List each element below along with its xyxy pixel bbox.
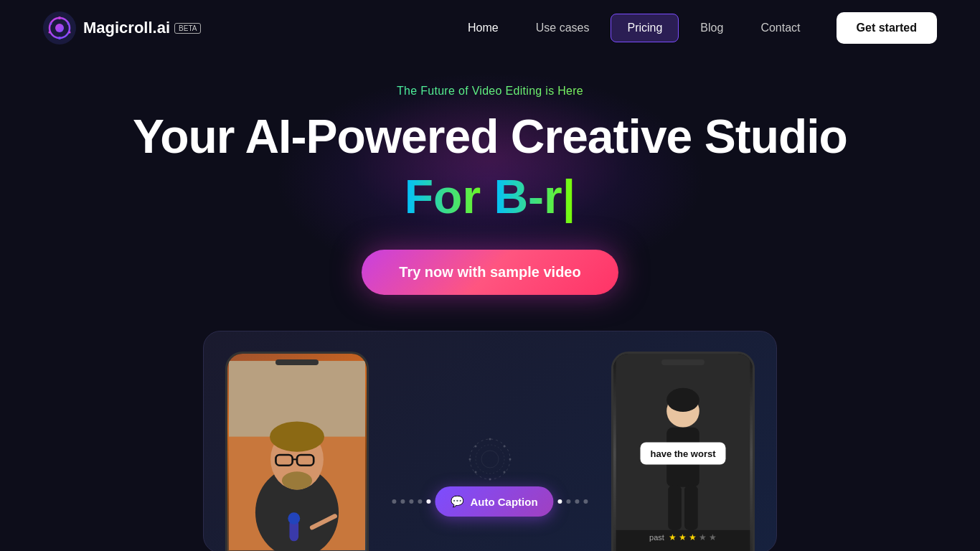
- caption-bubble: have the worst: [640, 442, 725, 464]
- logo-area[interactable]: Magicroll.ai BETA: [43, 11, 201, 44]
- rating-bar: past ★ ★ ★ ★ ★: [649, 532, 717, 542]
- svg-point-30: [469, 458, 471, 461]
- dot-3: [409, 499, 413, 504]
- dot-6: [558, 499, 562, 504]
- demo-container: 💬 Auto Caption: [203, 331, 777, 551]
- sparkle-center-icon: [468, 438, 512, 481]
- svg-rect-37: [668, 486, 682, 530]
- phone-right-screen: have the worst past ★ ★ ★ ★ ★: [613, 354, 753, 551]
- svg-point-27: [504, 471, 506, 474]
- star-3: ★: [689, 532, 697, 542]
- beta-badge: BETA: [174, 23, 201, 34]
- phone-right-notch: [661, 359, 705, 365]
- nav-links: Home Use cases Pricing Blog Contact Get …: [452, 12, 937, 44]
- dot-8: [575, 499, 580, 504]
- dots-row: 💬 Auto Caption: [392, 486, 588, 517]
- phone-left-notch: [275, 359, 319, 365]
- hero-title-line2: For B-r|: [133, 170, 847, 225]
- logo-icon: [43, 11, 76, 44]
- auto-caption-label: Auto Caption: [470, 496, 537, 508]
- dot-5: [426, 499, 430, 504]
- nav-home[interactable]: Home: [452, 14, 514, 42]
- auto-caption-icon: 💬: [451, 495, 464, 508]
- demo-section: 💬 Auto Caption: [189, 331, 791, 551]
- svg-point-4: [67, 23, 70, 25]
- svg-point-35: [666, 388, 699, 412]
- dot-1: [392, 499, 396, 504]
- nav-use-cases[interactable]: Use cases: [520, 14, 606, 42]
- get-started-button[interactable]: Get started: [837, 12, 937, 44]
- logo-name: Magicroll.ai BETA: [83, 19, 201, 37]
- star-4: ★: [699, 532, 707, 542]
- nav-blog[interactable]: Blog: [684, 14, 739, 42]
- svg-point-13: [270, 422, 324, 452]
- nav-contact[interactable]: Contact: [745, 14, 816, 42]
- try-sample-video-button[interactable]: Try now with sample video: [362, 250, 618, 295]
- dot-2: [400, 499, 405, 504]
- phone-left-screen: [227, 354, 367, 551]
- svg-point-28: [489, 479, 491, 481]
- svg-point-26: [509, 458, 512, 461]
- person-with-glasses-icon: [229, 359, 365, 551]
- phone-right: have the worst past ★ ★ ★ ★ ★: [611, 352, 755, 551]
- svg-point-5: [69, 32, 71, 34]
- nav-pricing[interactable]: Pricing: [611, 14, 679, 42]
- svg-point-19: [288, 513, 300, 525]
- svg-point-23: [481, 451, 499, 468]
- rating-label: past: [649, 533, 664, 542]
- svg-point-8: [50, 23, 52, 25]
- phone-left: [225, 352, 369, 551]
- dot-9: [584, 499, 588, 504]
- animated-text: B-r|: [494, 170, 575, 223]
- hero-subtitle: The Future of Video Editing is Here: [133, 85, 847, 98]
- svg-point-17: [282, 472, 312, 490]
- hero-section: The Future of Video Editing is Here Your…: [0, 56, 980, 551]
- for-text: For: [405, 170, 494, 223]
- middle-controls: 💬 Auto Caption: [392, 486, 588, 517]
- svg-point-7: [49, 32, 51, 34]
- hero-content: The Future of Video Editing is Here Your…: [133, 85, 847, 331]
- svg-point-2: [55, 24, 64, 32]
- navbar: Magicroll.ai BETA Home Use cases Pricing…: [0, 0, 980, 56]
- star-5: ★: [709, 532, 717, 542]
- svg-point-31: [475, 446, 477, 448]
- svg-point-3: [58, 17, 61, 19]
- dot-7: [567, 499, 571, 504]
- hero-title-line1: Your AI-Powered Creative Studio: [133, 110, 847, 163]
- auto-caption-button[interactable]: 💬 Auto Caption: [435, 486, 553, 517]
- star-1: ★: [669, 532, 677, 542]
- star-2: ★: [679, 532, 687, 542]
- svg-point-6: [58, 37, 61, 39]
- svg-point-29: [475, 471, 477, 474]
- dot-4: [418, 499, 422, 504]
- svg-point-22: [476, 445, 504, 474]
- svg-rect-38: [684, 486, 698, 530]
- svg-point-24: [489, 438, 491, 441]
- svg-point-25: [504, 446, 506, 448]
